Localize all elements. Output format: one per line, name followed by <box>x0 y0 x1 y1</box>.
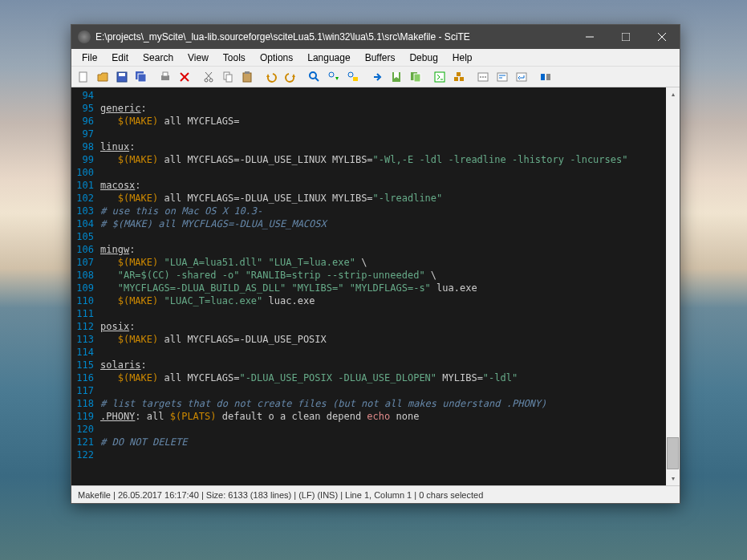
editor-window: E:\projects\_myScite\_lua-lib.sourceforg… <box>71 24 680 504</box>
svg-point-34 <box>480 76 481 78</box>
menu-view[interactable]: View <box>181 51 216 65</box>
save-all-icon[interactable] <box>132 68 150 86</box>
compile-icon[interactable] <box>431 68 449 86</box>
svg-point-36 <box>485 76 486 78</box>
eol-icon[interactable] <box>513 68 530 86</box>
svg-rect-25 <box>353 77 358 81</box>
svg-point-13 <box>205 79 208 82</box>
svg-rect-6 <box>119 73 125 76</box>
goto-icon[interactable] <box>368 68 386 86</box>
menu-options[interactable]: Options <box>253 51 300 65</box>
status-text: Makefile | 26.05.2017 16:17:40 | Size: 6… <box>78 490 483 500</box>
scroll-down-icon[interactable]: ▾ <box>666 472 680 485</box>
close-button[interactable] <box>643 25 680 49</box>
code-content[interactable]: generic: $(MAKE) all MYCFLAGS=linux: $(M… <box>97 87 666 485</box>
svg-rect-19 <box>243 73 251 82</box>
undo-icon[interactable] <box>262 68 280 86</box>
cut-icon[interactable] <box>200 68 217 86</box>
app-icon <box>78 30 91 43</box>
svg-rect-8 <box>138 74 146 82</box>
scroll-thumb[interactable] <box>667 437 679 469</box>
menu-debug[interactable]: Debug <box>402 51 445 65</box>
svg-rect-18 <box>226 75 232 82</box>
svg-point-14 <box>209 79 213 82</box>
menu-language[interactable]: Language <box>300 51 357 65</box>
menubar: File Edit Search View Tools Options Lang… <box>71 49 680 67</box>
open-icon[interactable] <box>94 68 112 86</box>
toggle-icon[interactable] <box>537 68 554 86</box>
menu-search[interactable]: Search <box>136 51 181 65</box>
svg-point-35 <box>482 76 484 78</box>
scroll-up-icon[interactable]: ▴ <box>666 87 680 101</box>
titlebar[interactable]: E:\projects\_myScite\_lua-lib.sourceforg… <box>71 25 680 49</box>
redo-icon[interactable] <box>282 68 299 86</box>
menu-tools[interactable]: Tools <box>216 51 253 65</box>
editor-area[interactable]: 9495969798991001011021031041051061071081… <box>71 87 680 485</box>
svg-point-24 <box>348 72 353 77</box>
svg-rect-4 <box>79 72 87 82</box>
linewrap-icon[interactable] <box>493 68 511 86</box>
menu-edit[interactable]: Edit <box>104 51 136 65</box>
menu-buffers[interactable]: Buffers <box>358 51 403 65</box>
svg-line-22 <box>315 78 319 81</box>
new-icon[interactable] <box>75 68 92 86</box>
toolbar <box>71 67 680 87</box>
svg-point-23 <box>329 72 334 77</box>
maximize-button[interactable] <box>607 25 643 49</box>
copy-icon[interactable] <box>219 68 237 86</box>
vertical-scrollbar[interactable]: ▴ ▾ <box>666 87 680 485</box>
replace-icon[interactable] <box>344 68 362 86</box>
statusbar: Makefile | 26.05.2017 16:17:40 | Size: 6… <box>71 485 680 503</box>
bookmarks-icon[interactable] <box>407 68 424 86</box>
svg-rect-37 <box>497 73 507 81</box>
svg-rect-20 <box>245 71 250 74</box>
svg-rect-32 <box>457 72 461 76</box>
whitespace-icon[interactable] <box>474 68 492 86</box>
svg-rect-42 <box>546 74 550 80</box>
bookmark-icon[interactable] <box>388 68 405 86</box>
menu-help[interactable]: Help <box>445 51 480 65</box>
delete-icon[interactable] <box>176 68 193 86</box>
save-icon[interactable] <box>113 68 131 86</box>
svg-point-21 <box>310 72 316 79</box>
menu-file[interactable]: File <box>75 51 104 65</box>
svg-line-15 <box>206 72 212 79</box>
svg-rect-41 <box>541 74 545 80</box>
window-title: E:\projects\_myScite\_lua-lib.sourceforg… <box>95 31 571 43</box>
line-gutter: 9495969798991001011021031041051061071081… <box>71 87 97 485</box>
svg-rect-28 <box>414 74 420 82</box>
svg-line-16 <box>205 72 211 79</box>
build-icon[interactable] <box>450 68 468 86</box>
svg-rect-40 <box>517 73 526 81</box>
print-icon[interactable] <box>156 68 174 86</box>
svg-rect-1 <box>622 33 630 41</box>
paste-icon[interactable] <box>238 68 256 86</box>
minimize-button[interactable] <box>571 25 607 49</box>
find-next-icon[interactable] <box>325 68 343 86</box>
svg-rect-30 <box>454 77 458 81</box>
svg-rect-31 <box>460 77 464 81</box>
svg-rect-10 <box>163 72 168 76</box>
find-icon[interactable] <box>306 68 323 86</box>
